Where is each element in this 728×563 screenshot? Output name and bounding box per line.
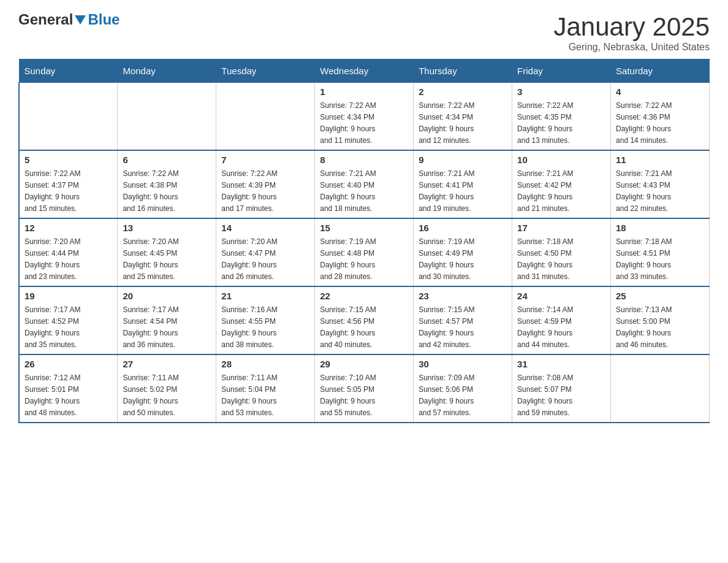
calendar-cell: 4Sunrise: 7:22 AMSunset: 4:36 PMDaylight… [611,83,710,151]
title-block: January 2025 Gering, Nebraska, United St… [553,12,710,53]
day-info: Sunrise: 7:20 AMSunset: 4:47 PMDaylight:… [221,237,277,281]
calendar-cell [216,83,315,151]
header-friday: Friday [512,59,611,83]
day-number: 3 [517,86,605,97]
day-info: Sunrise: 7:22 AMSunset: 4:37 PMDaylight:… [25,169,80,213]
logo-arrow-icon [75,15,86,25]
day-info: Sunrise: 7:11 AMSunset: 5:04 PMDaylight:… [221,373,277,417]
logo-blue-part: Blue [88,11,119,28]
calendar-cell: 8Sunrise: 7:21 AMSunset: 4:40 PMDaylight… [315,150,414,218]
day-number: 11 [616,155,704,165]
day-number: 26 [25,359,112,369]
calendar-cell: 3Sunrise: 7:22 AMSunset: 4:35 PMDaylight… [512,83,611,151]
day-number: 21 [221,291,309,301]
calendar-cell: 28Sunrise: 7:11 AMSunset: 5:04 PMDayligh… [216,354,315,423]
header-monday: Monday [118,59,216,83]
day-number: 17 [517,223,605,233]
calendar-cell: 2Sunrise: 7:22 AMSunset: 4:34 PMDaylight… [414,83,512,151]
day-info: Sunrise: 7:17 AMSunset: 4:54 PMDaylight:… [123,305,178,349]
calendar-cell: 27Sunrise: 7:11 AMSunset: 5:02 PMDayligh… [118,354,216,423]
calendar-cell [118,83,216,151]
day-info: Sunrise: 7:11 AMSunset: 5:02 PMDaylight:… [123,373,178,417]
calendar-cell: 29Sunrise: 7:10 AMSunset: 5:05 PMDayligh… [315,354,414,423]
calendar-cell: 21Sunrise: 7:16 AMSunset: 4:55 PMDayligh… [216,286,315,354]
calendar-cell: 5Sunrise: 7:22 AMSunset: 4:37 PMDaylight… [19,150,118,218]
calendar-header-row: SundayMondayTuesdayWednesdayThursdayFrid… [19,59,710,83]
week-row-4: 19Sunrise: 7:17 AMSunset: 4:52 PMDayligh… [19,286,710,354]
day-number: 27 [123,359,211,369]
day-number: 9 [419,155,507,165]
day-number: 24 [517,291,605,301]
calendar-cell: 7Sunrise: 7:22 AMSunset: 4:39 PMDaylight… [216,150,315,218]
day-info: Sunrise: 7:22 AMSunset: 4:34 PMDaylight:… [320,101,376,145]
day-info: Sunrise: 7:14 AMSunset: 4:59 PMDaylight:… [517,305,573,349]
day-number: 14 [221,223,309,233]
calendar-cell: 18Sunrise: 7:18 AMSunset: 4:51 PMDayligh… [611,218,710,286]
day-info: Sunrise: 7:17 AMSunset: 4:52 PMDaylight:… [25,305,80,349]
calendar-table: SundayMondayTuesdayWednesdayThursdayFrid… [18,59,710,423]
location-subtitle: Gering, Nebraska, United States [553,42,710,53]
day-info: Sunrise: 7:09 AMSunset: 5:06 PMDaylight:… [419,373,474,417]
day-number: 29 [320,359,408,369]
calendar-cell: 20Sunrise: 7:17 AMSunset: 4:54 PMDayligh… [118,286,216,354]
day-number: 15 [320,223,408,233]
day-info: Sunrise: 7:22 AMSunset: 4:36 PMDaylight:… [616,101,672,145]
day-info: Sunrise: 7:21 AMSunset: 4:42 PMDaylight:… [517,169,573,213]
calendar-cell: 15Sunrise: 7:19 AMSunset: 4:48 PMDayligh… [315,218,414,286]
day-info: Sunrise: 7:15 AMSunset: 4:56 PMDaylight:… [320,305,376,349]
week-row-2: 5Sunrise: 7:22 AMSunset: 4:37 PMDaylight… [19,150,710,218]
day-number: 22 [320,291,408,301]
week-row-3: 12Sunrise: 7:20 AMSunset: 4:44 PMDayligh… [19,218,710,286]
week-row-1: 1Sunrise: 7:22 AMSunset: 4:34 PMDaylight… [19,83,710,151]
day-number: 10 [517,155,605,165]
day-number: 5 [25,155,112,165]
day-number: 16 [419,223,507,233]
calendar-cell: 26Sunrise: 7:12 AMSunset: 5:01 PMDayligh… [19,354,118,423]
day-number: 30 [419,359,507,369]
calendar-cell: 14Sunrise: 7:20 AMSunset: 4:47 PMDayligh… [216,218,315,286]
logo-container: General Blue [18,11,119,28]
calendar-cell: 23Sunrise: 7:15 AMSunset: 4:57 PMDayligh… [414,286,512,354]
day-info: Sunrise: 7:12 AMSunset: 5:01 PMDaylight:… [25,373,80,417]
calendar-cell: 22Sunrise: 7:15 AMSunset: 4:56 PMDayligh… [315,286,414,354]
day-info: Sunrise: 7:16 AMSunset: 4:55 PMDaylight:… [221,305,277,349]
calendar-cell: 13Sunrise: 7:20 AMSunset: 4:45 PMDayligh… [118,218,216,286]
day-info: Sunrise: 7:22 AMSunset: 4:38 PMDaylight:… [123,169,178,213]
day-info: Sunrise: 7:08 AMSunset: 5:07 PMDaylight:… [517,373,573,417]
calendar-cell: 9Sunrise: 7:21 AMSunset: 4:41 PMDaylight… [414,150,512,218]
day-info: Sunrise: 7:13 AMSunset: 5:00 PMDaylight:… [616,305,672,349]
day-info: Sunrise: 7:18 AMSunset: 4:51 PMDaylight:… [616,237,672,281]
logo-general-part: General [18,11,73,28]
day-info: Sunrise: 7:22 AMSunset: 4:34 PMDaylight:… [419,101,474,145]
day-number: 7 [221,155,309,165]
day-number: 6 [123,155,211,165]
day-number: 4 [616,86,704,97]
calendar-cell: 12Sunrise: 7:20 AMSunset: 4:44 PMDayligh… [19,218,118,286]
day-info: Sunrise: 7:20 AMSunset: 4:44 PMDaylight:… [25,237,80,281]
day-number: 19 [25,291,112,301]
calendar-cell: 10Sunrise: 7:21 AMSunset: 4:42 PMDayligh… [512,150,611,218]
day-info: Sunrise: 7:21 AMSunset: 4:41 PMDaylight:… [419,169,474,213]
calendar-cell: 11Sunrise: 7:21 AMSunset: 4:43 PMDayligh… [611,150,710,218]
month-title: January 2025 [553,12,710,42]
week-row-5: 26Sunrise: 7:12 AMSunset: 5:01 PMDayligh… [19,354,710,423]
day-number: 18 [616,223,704,233]
day-info: Sunrise: 7:18 AMSunset: 4:50 PMDaylight:… [517,237,573,281]
calendar-cell: 6Sunrise: 7:22 AMSunset: 4:38 PMDaylight… [118,150,216,218]
day-number: 23 [419,291,507,301]
day-info: Sunrise: 7:22 AMSunset: 4:35 PMDaylight:… [517,101,573,145]
calendar-cell: 31Sunrise: 7:08 AMSunset: 5:07 PMDayligh… [512,354,611,423]
day-number: 8 [320,155,408,165]
day-number: 2 [419,86,507,97]
header-sunday: Sunday [19,59,118,83]
calendar-cell: 19Sunrise: 7:17 AMSunset: 4:52 PMDayligh… [19,286,118,354]
day-number: 13 [123,223,211,233]
calendar-cell: 24Sunrise: 7:14 AMSunset: 4:59 PMDayligh… [512,286,611,354]
page-header: General Blue January 2025 Gering, Nebras… [18,12,710,53]
day-info: Sunrise: 7:20 AMSunset: 4:45 PMDaylight:… [123,237,178,281]
day-info: Sunrise: 7:22 AMSunset: 4:39 PMDaylight:… [221,169,277,213]
day-number: 12 [25,223,112,233]
header-thursday: Thursday [414,59,512,83]
calendar-cell: 25Sunrise: 7:13 AMSunset: 5:00 PMDayligh… [611,286,710,354]
day-info: Sunrise: 7:21 AMSunset: 4:40 PMDaylight:… [320,169,376,213]
